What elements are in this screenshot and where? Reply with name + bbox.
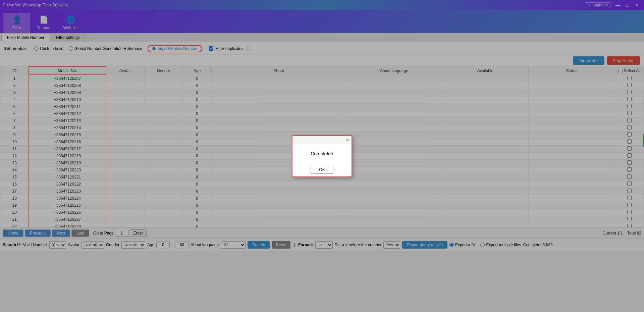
modal-footer: OK — [292, 163, 352, 176]
modal-ok-button[interactable]: OK — [311, 166, 333, 174]
modal-close-button[interactable]: ✕ — [345, 137, 350, 143]
modal-message: Completed — [311, 151, 333, 156]
modal-body: Completed — [292, 144, 352, 163]
modal-titlebar: ✕ — [292, 136, 352, 144]
modal-overlay: ✕ Completed OK — [0, 0, 644, 312]
modal-dialog: ✕ Completed OK — [292, 135, 352, 177]
